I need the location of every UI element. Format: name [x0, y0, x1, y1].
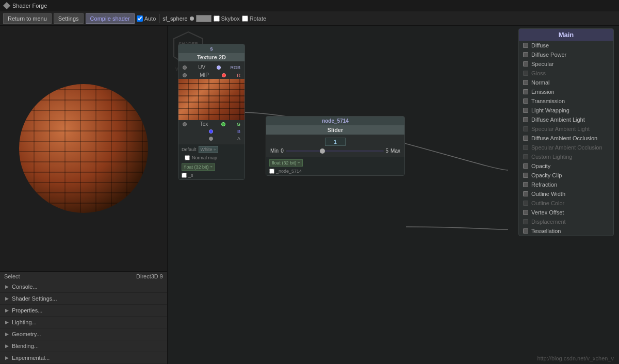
slider-footer-btn-row: float (32 bit) ÷	[269, 159, 401, 168]
directx-label: Direct3D 9	[136, 273, 163, 279]
main-input-opacity-clip: Opacity Clip	[519, 171, 613, 180]
gloss-label: Gloss	[531, 70, 546, 76]
sidebar-item-experimental[interactable]: ▶ Experimental...	[0, 352, 167, 364]
sidebar-item-lighting[interactable]: ▶ Lighting...	[0, 317, 167, 328]
vertex-offset-socket[interactable]	[523, 210, 528, 215]
light-wrapping-label: Light Wrapping	[531, 107, 569, 113]
sidebar-item-properties[interactable]: ▶ Properties...	[0, 305, 167, 317]
tex-socket[interactable]	[183, 122, 187, 126]
sidebar-item-geometry[interactable]: ▶ Geometry...	[0, 328, 167, 340]
vertex-offset-label: Vertex Offset	[531, 209, 564, 216]
displacement-socket[interactable]	[523, 219, 528, 224]
outline-width-socket[interactable]	[523, 191, 528, 196]
arrow-icon: ▶	[5, 308, 9, 313]
slider-node-id: node_5714	[266, 117, 404, 125]
rotate-checkbox[interactable]	[242, 15, 248, 22]
return-menu-button[interactable]: Return to menu	[3, 13, 52, 24]
shader-name-row: sf_sphere	[162, 15, 211, 22]
arrow-icon: ▶	[5, 343, 9, 349]
main-output-node[interactable]: Main Diffuse Diffuse Power Specular	[518, 28, 614, 236]
min-value: 0	[281, 148, 284, 154]
max-value: 5	[386, 148, 389, 154]
default-value: White ÷	[199, 146, 218, 153]
diffuse-label: Diffuse	[531, 42, 549, 48]
arrow-icon: ▶	[5, 332, 9, 337]
diffuse-power-label: Diffuse Power	[531, 52, 566, 58]
light-wrapping-socket[interactable]	[523, 108, 528, 113]
mip-socket[interactable]	[183, 73, 187, 77]
diffuse-ambient-light-socket[interactable]	[523, 117, 528, 122]
texture-footer: Default White ÷ Normal map float (32 bit…	[178, 144, 245, 179]
normal-map-checkbox[interactable]	[185, 155, 190, 160]
shader-dot-icon	[190, 16, 194, 21]
settings-button[interactable]: Settings	[54, 13, 84, 24]
transmission-socket[interactable]	[523, 98, 528, 104]
opacity-socket[interactable]	[523, 163, 528, 169]
refraction-socket[interactable]	[523, 182, 528, 187]
texture-footer-btn[interactable]: float (32 bit) ÷	[182, 163, 215, 171]
texture-name: _s	[188, 173, 193, 178]
diffuse-ambient-occlusion-socket[interactable]	[523, 136, 528, 141]
shader-color-swatch[interactable]	[196, 15, 211, 22]
auto-checkbox[interactable]	[137, 15, 143, 22]
emission-label: Emission	[531, 89, 555, 95]
specular-ambient-light-socket[interactable]	[523, 126, 528, 131]
outline-color-socket[interactable]	[523, 201, 528, 206]
refraction-label: Refraction	[531, 181, 557, 188]
main-input-opacity: Opacity	[519, 161, 613, 171]
arrow-icon: ▶	[5, 355, 9, 360]
tessellation-label: Tessellation	[531, 228, 561, 234]
slider-name-checkbox[interactable]	[269, 169, 274, 174]
app-icon	[3, 2, 10, 9]
normal-map-row: Normal map	[182, 154, 241, 161]
compile-shader-button[interactable]: Compile shader	[86, 13, 135, 24]
slider-node[interactable]: node_5714 Slider Min 0 5 Max flo	[266, 116, 405, 176]
sidebar-item-console[interactable]: ▶ Console...	[0, 281, 167, 293]
select-label: Select	[4, 273, 20, 279]
normal-socket[interactable]	[523, 80, 528, 85]
main-node-inputs: Diffuse Diffuse Power Specular Gloss	[519, 41, 613, 236]
specular-socket[interactable]	[523, 61, 528, 67]
sidebar-label-shader-settings: Shader Settings...	[12, 295, 57, 302]
custom-lighting-label: Custom Lighting	[531, 154, 573, 160]
sidebar-item-blending[interactable]: ▶ Blending...	[0, 340, 167, 352]
slider-footer-btn[interactable]: float (32 bit) ÷	[269, 159, 303, 167]
custom-lighting-socket[interactable]	[523, 154, 528, 159]
main-input-specular-ambient-light: Specular Ambient Light	[519, 124, 613, 134]
slider-name: _node_5714	[276, 169, 302, 174]
tessellation-socket[interactable]	[523, 228, 528, 234]
specular-ambient-occlusion-socket[interactable]	[523, 145, 528, 150]
arrow-icon: ▶	[5, 320, 9, 325]
main-input-transmission: Transmission	[519, 96, 613, 106]
node-canvas[interactable]: SHADER FORGE v1.37 s Texture 2D UV RGB	[168, 26, 619, 364]
rotate-checkbox-label: Rotate	[242, 15, 266, 22]
rgb-socket[interactable]	[217, 65, 221, 70]
slider-value-input[interactable]	[325, 138, 346, 146]
slider-name-row: _node_5714	[269, 169, 401, 174]
sidebar-label-lighting: Lighting...	[12, 319, 37, 325]
slider-track[interactable]	[286, 150, 384, 152]
skybox-checkbox[interactable]	[214, 15, 220, 22]
opacity-clip-socket[interactable]	[523, 173, 528, 178]
emission-socket[interactable]	[523, 89, 528, 94]
main-layout: Select Direct3D 9 ▶ Console... ▶ Shader …	[0, 26, 619, 364]
uv-socket[interactable]	[183, 65, 187, 70]
g-socket[interactable]	[221, 122, 225, 126]
r-socket[interactable]	[222, 73, 226, 77]
b-socket[interactable]	[209, 129, 213, 134]
sphere-container	[19, 84, 148, 213]
diffuse-socket[interactable]	[523, 43, 528, 48]
texture-node[interactable]: s Texture 2D UV RGB MIP R Te	[178, 44, 245, 180]
slider-value-row	[270, 138, 400, 146]
slider-thumb[interactable]	[320, 148, 325, 154]
gloss-socket[interactable]	[523, 71, 528, 76]
arrow-icon: ▶	[5, 284, 9, 289]
sidebar-label-blending: Blending...	[12, 343, 39, 349]
texture-name-checkbox[interactable]	[182, 173, 187, 178]
main-input-specular-ambient-occlusion: Specular Ambient Occlusion	[519, 143, 613, 152]
sidebar-item-shader-settings[interactable]: ▶ Shader Settings...	[0, 293, 167, 305]
diffuse-power-socket[interactable]	[523, 52, 528, 57]
watermark-text: http://blog.csdn.net/v_xchen_v	[537, 355, 614, 361]
main-input-outline-width: Outline Width	[519, 189, 613, 198]
a-socket[interactable]	[209, 137, 213, 141]
